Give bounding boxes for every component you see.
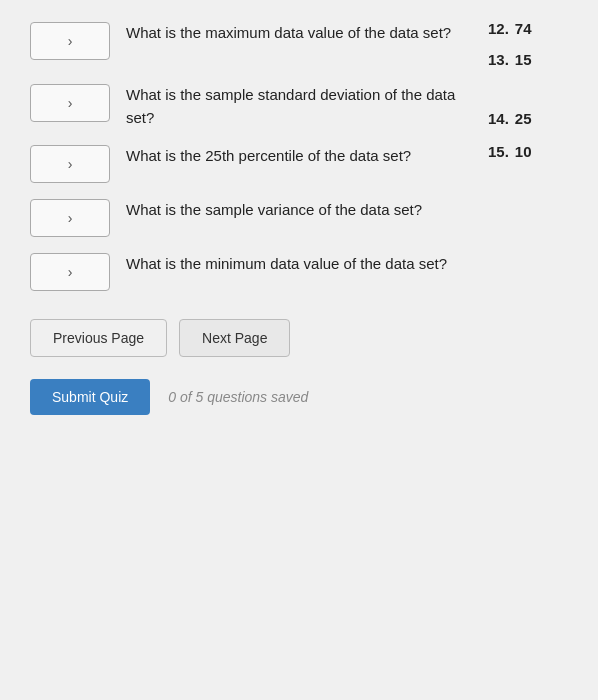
answer-num-13: 13. <box>488 51 509 68</box>
submit-quiz-button[interactable]: Submit Quiz <box>30 379 150 415</box>
answer-13: 13. 15 <box>488 51 532 68</box>
dropdown-4[interactable]: › <box>30 199 110 237</box>
question-row-4: › What is the sample variance of the dat… <box>30 197 568 237</box>
saved-status: 0 of 5 questions saved <box>168 389 308 405</box>
answer-num-14: 14. <box>488 110 509 127</box>
answer-15: 15. 10 <box>488 143 532 160</box>
answer-val-12: 74 <box>515 20 532 37</box>
chevron-icon-1: › <box>68 33 73 49</box>
answer-val-14: 25 <box>515 110 532 127</box>
question-row-5: › What is the minimum data value of the … <box>30 251 568 291</box>
question-text-5: What is the minimum data value of the da… <box>126 251 478 276</box>
question-text-3: What is the 25th percentile of the data … <box>126 143 478 168</box>
page-container: › What is the maximum data value of the … <box>0 0 598 700</box>
answer-num-15: 15. <box>488 143 509 160</box>
chevron-icon-3: › <box>68 156 73 172</box>
chevron-icon-5: › <box>68 264 73 280</box>
nav-bar: Previous Page Next Page <box>30 319 568 357</box>
dropdown-2[interactable]: › <box>30 84 110 122</box>
dropdown-5[interactable]: › <box>30 253 110 291</box>
question-text-1: What is the maximum data value of the da… <box>126 20 478 45</box>
chevron-icon-4: › <box>68 210 73 226</box>
next-page-button[interactable]: Next Page <box>179 319 290 357</box>
prev-page-button[interactable]: Previous Page <box>30 319 167 357</box>
question-text-4: What is the sample variance of the data … <box>126 197 478 222</box>
dropdown-1[interactable]: › <box>30 22 110 60</box>
chevron-icon-2: › <box>68 95 73 111</box>
answer-val-15: 10 <box>515 143 532 160</box>
answer-12: 12. 74 <box>488 20 532 37</box>
question-row-2: › What is the sample standard deviation … <box>30 82 568 129</box>
question-row-3: › What is the 25th percentile of the dat… <box>30 143 568 183</box>
question-text-2: What is the sample standard deviation of… <box>126 82 478 129</box>
answer-num-12: 12. <box>488 20 509 37</box>
answer-val-13: 15 <box>515 51 532 68</box>
answer-14: 14. 25 <box>488 110 532 127</box>
question-row-1: › What is the maximum data value of the … <box>30 20 568 68</box>
submit-bar: Submit Quiz 0 of 5 questions saved <box>30 379 568 415</box>
dropdown-3[interactable]: › <box>30 145 110 183</box>
